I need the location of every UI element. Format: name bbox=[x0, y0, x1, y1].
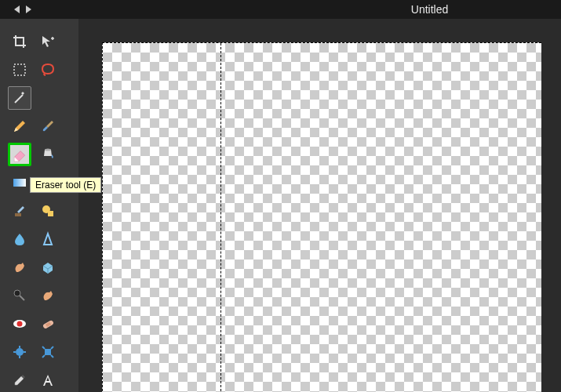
bloat-icon bbox=[12, 344, 27, 360]
svg-rect-2 bbox=[13, 179, 26, 187]
gradient-icon bbox=[12, 175, 27, 191]
crop-icon bbox=[12, 34, 27, 49]
marquee-icon bbox=[12, 62, 27, 78]
brush-tool[interactable] bbox=[36, 114, 60, 138]
type-tool[interactable] bbox=[36, 368, 60, 392]
replace-icon bbox=[40, 203, 56, 219]
pencil-icon bbox=[12, 118, 27, 134]
pinch-icon bbox=[40, 344, 56, 360]
nav-back-button[interactable] bbox=[14, 5, 20, 13]
heal-icon bbox=[40, 316, 56, 332]
svg-rect-0 bbox=[14, 64, 25, 75]
svg-rect-5 bbox=[48, 211, 53, 216]
lasso-icon bbox=[40, 62, 56, 78]
heal-tool[interactable] bbox=[36, 312, 60, 336]
nav-forward-button[interactable] bbox=[26, 5, 31, 13]
blur-icon bbox=[12, 231, 27, 247]
wand-tool[interactable] bbox=[8, 86, 31, 110]
titlebar: Untitled bbox=[0, 0, 561, 19]
bucket-tool[interactable] bbox=[36, 143, 60, 166]
burn-tool[interactable] bbox=[36, 284, 60, 307]
redeye-tool[interactable] bbox=[8, 312, 31, 336]
move-icon bbox=[40, 34, 56, 49]
window-title: Untitled bbox=[0, 3, 561, 16]
gradient-tool[interactable] bbox=[8, 171, 31, 194]
eyedropper-icon bbox=[12, 372, 27, 388]
clone-tool[interactable] bbox=[8, 199, 31, 223]
canvas-area bbox=[78, 19, 561, 392]
smudge-tool[interactable] bbox=[8, 256, 31, 279]
tooltip-eraser: Eraser tool (E) bbox=[30, 177, 101, 193]
dodge-tool[interactable] bbox=[8, 284, 31, 307]
wand-icon bbox=[12, 90, 27, 106]
crop-tool[interactable] bbox=[8, 30, 31, 53]
replace-tool[interactable] bbox=[36, 199, 60, 223]
vertical-guide[interactable] bbox=[220, 43, 221, 392]
bloat-tool[interactable] bbox=[8, 340, 31, 364]
bucket-icon bbox=[40, 147, 56, 162]
move-tool[interactable] bbox=[36, 30, 60, 53]
sponge-tool[interactable] bbox=[36, 256, 60, 279]
clone-icon bbox=[12, 203, 27, 219]
burn-icon bbox=[40, 288, 56, 303]
type-icon bbox=[40, 372, 56, 388]
canvas[interactable] bbox=[102, 42, 541, 392]
dodge-icon bbox=[12, 288, 27, 303]
blur-tool[interactable] bbox=[8, 227, 31, 251]
pinch-tool[interactable] bbox=[36, 340, 60, 364]
eyedropper-tool[interactable] bbox=[8, 368, 31, 392]
pencil-tool[interactable] bbox=[8, 114, 31, 138]
svg-rect-12 bbox=[45, 349, 51, 355]
redeye-icon bbox=[12, 316, 27, 332]
svg-point-8 bbox=[17, 321, 23, 327]
smudge-icon bbox=[12, 260, 27, 275]
svg-point-1 bbox=[45, 149, 51, 151]
marquee-tool[interactable] bbox=[8, 58, 31, 82]
sharpen-icon bbox=[40, 231, 56, 247]
svg-point-6 bbox=[14, 290, 20, 296]
toolbox: Eraser tool (E) bbox=[0, 19, 78, 392]
svg-point-11 bbox=[16, 348, 24, 356]
sponge-icon bbox=[40, 260, 56, 275]
lasso-tool[interactable] bbox=[36, 58, 60, 82]
eraser-icon bbox=[11, 146, 28, 163]
brush-icon bbox=[40, 118, 56, 134]
eraser-tool[interactable] bbox=[8, 143, 31, 166]
svg-rect-3 bbox=[15, 213, 21, 216]
sharpen-tool[interactable] bbox=[36, 227, 60, 251]
